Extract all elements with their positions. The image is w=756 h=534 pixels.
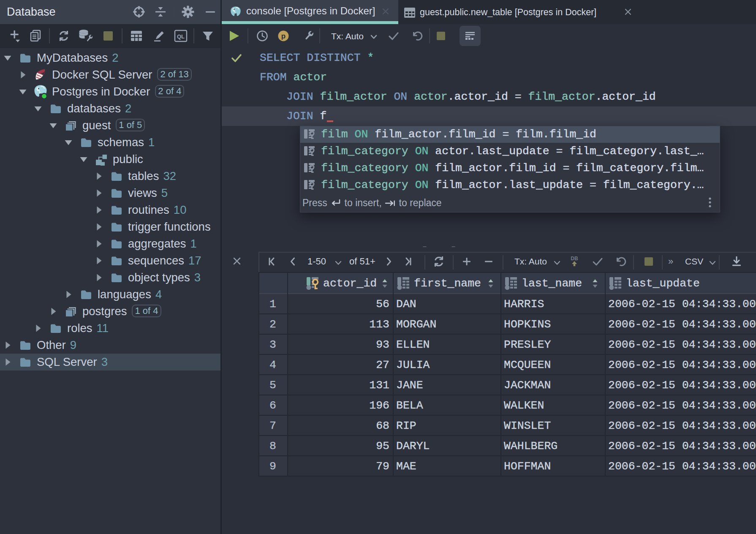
svg-text:p: p — [281, 32, 286, 40]
svg-text:QL: QL — [177, 33, 185, 40]
svg-text:DB: DB — [571, 256, 578, 262]
